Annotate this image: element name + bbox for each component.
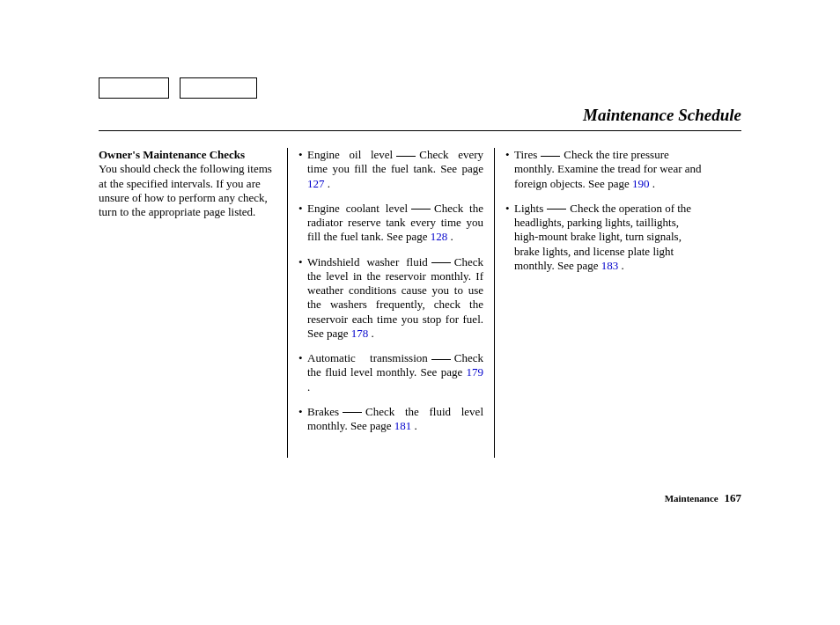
owner-checks-heading: Owner's Maintenance Checks [99, 148, 245, 161]
page-ref-link[interactable]: 181 [394, 419, 412, 432]
item-text-after: . [307, 380, 310, 393]
page-ref-link[interactable]: 179 [467, 365, 484, 379]
column-1: Owner's Maintenance Checks You should ch… [99, 148, 288, 458]
footer-section-label: Maintenance [665, 493, 718, 504]
page-ref-link[interactable]: 127 [307, 177, 325, 190]
item-label: Engine coolant level [307, 202, 408, 215]
item-label: Engine oil level [307, 148, 393, 161]
list-item: Automatic transmissionCheck the fluid le… [307, 351, 485, 394]
item-label: Automatic transmission [307, 351, 428, 364]
check-list-col2: Engine oil levelCheck every time you fil… [298, 148, 485, 433]
item-label: Windshield washer fluid [307, 255, 428, 268]
list-item: Windshield washer fluidCheck the level i… [307, 255, 485, 342]
item-label: Lights [514, 202, 543, 215]
list-item: LightsCheck the operation of the headlig… [514, 202, 706, 273]
item-text-after: . [447, 230, 453, 243]
item-text-after: . [649, 177, 655, 190]
item-text: Check the tire pressure monthly. Examine… [514, 148, 702, 190]
owner-checks-para: Owner's Maintenance Checks You should ch… [99, 148, 276, 219]
item-text-after: . [368, 327, 374, 340]
list-item: Engine oil levelCheck every time you fil… [307, 148, 485, 191]
dash-icon [343, 412, 362, 413]
title-rule [99, 130, 741, 131]
page-footer: Maintenance 167 [665, 491, 741, 505]
footer-page-number: 167 [725, 491, 742, 504]
page-title-container: Maintenance Schedule [99, 106, 741, 125]
dash-icon [431, 262, 451, 263]
manual-page: Maintenance Schedule Owner's Maintenance… [0, 0, 840, 625]
column-3: TiresCheck the tire pressure monthly. Ex… [495, 148, 706, 458]
dash-icon [547, 209, 566, 210]
list-item: Engine coolant levelCheck the radiator r… [307, 202, 485, 245]
list-item: TiresCheck the tire pressure monthly. Ex… [514, 148, 706, 191]
owner-checks-intro: You should check the following items at … [99, 162, 272, 218]
page-ref-link[interactable]: 183 [601, 259, 619, 272]
dash-icon [411, 209, 431, 210]
placeholder-box-2 [180, 77, 257, 99]
item-label: Tires [514, 148, 537, 161]
dash-icon [396, 156, 416, 157]
content-columns: Owner's Maintenance Checks You should ch… [99, 148, 741, 458]
item-text-after: . [325, 177, 331, 190]
column-2: Engine oil levelCheck every time you fil… [288, 148, 495, 458]
list-item: BrakesCheck the fluid level monthly. See… [307, 405, 485, 434]
page-ref-link[interactable]: 190 [632, 177, 650, 190]
placeholder-box-1 [99, 77, 169, 99]
page-ref-link[interactable]: 178 [351, 327, 369, 340]
page-title: Maintenance Schedule [583, 106, 741, 124]
dash-icon [541, 156, 560, 157]
item-text-after: . [618, 259, 624, 272]
item-label: Brakes [307, 405, 339, 418]
check-list-col3: TiresCheck the tire pressure monthly. Ex… [505, 148, 706, 273]
header-placeholder-boxes [99, 77, 257, 99]
dash-icon [431, 359, 451, 360]
page-ref-link[interactable]: 128 [431, 230, 448, 243]
item-text-after: . [411, 419, 417, 432]
